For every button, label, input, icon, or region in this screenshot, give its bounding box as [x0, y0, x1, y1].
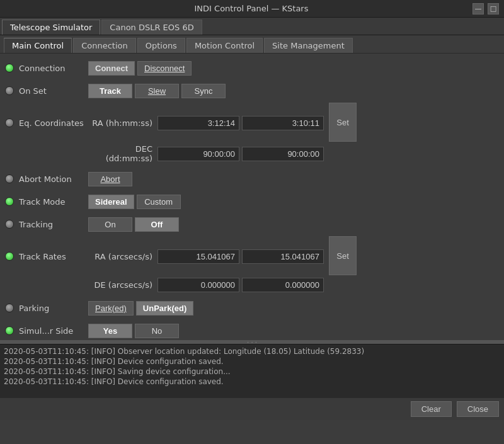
track-rates-ra-row: Track Rates RA (arcsecs/s) Set: [5, 237, 499, 275]
log-area: 2020-05-03T11:10:45: [INFO] Observer loc…: [0, 344, 504, 397]
parking-led: [5, 304, 14, 312]
section-tabs: Main Control Connection Options Motion C…: [0, 35, 504, 54]
simul-side-label: Simul...r Side: [19, 326, 88, 336]
log-line-2: 2020-05-03T11:10:45: [INFO] Saving devic…: [4, 367, 500, 376]
abort-motion-led: [5, 174, 14, 183]
disconnect-button[interactable]: Disconnect: [137, 61, 192, 76]
device-tabs: Telescope Simulator Canon DSLR EOS 6D: [0, 18, 504, 35]
minimize-button[interactable]: —: [472, 3, 484, 14]
eq-coordinates-ra-row: Eq. Coordinates RA (hh:mm:ss) Set: [5, 104, 499, 142]
track-mode-led: [5, 197, 14, 206]
track-de-input-2[interactable]: [242, 278, 324, 292]
slew-button[interactable]: Slew: [135, 84, 179, 98]
eq-coordinates-dec-row: DEC (dd:mm:ss): [5, 144, 499, 163]
tab-site-management[interactable]: Site Management: [264, 38, 353, 53]
on-set-row: On Set Track Slew Sync: [5, 81, 499, 100]
connection-led: [5, 64, 14, 72]
de-sub-label: DE (arcsecs/s): [88, 280, 158, 290]
simul-side-row: Simul...r Side Yes No: [5, 321, 499, 340]
custom-button[interactable]: Custom: [137, 195, 181, 209]
bottom-bar: Clear Close: [0, 397, 504, 420]
eq-coordinates-section: Eq. Coordinates RA (hh:mm:ss) Set DEC (d…: [5, 104, 499, 166]
sidereal-button[interactable]: Sidereal: [88, 195, 134, 209]
titlebar-title: INDI Control Panel — KStars: [30, 4, 472, 13]
tracking-on-button[interactable]: On: [88, 217, 132, 232]
track-rates-section: Track Rates RA (arcsecs/s) Set DE (arcse…: [5, 237, 499, 295]
on-set-label: On Set: [19, 86, 88, 96]
parking-label: Parking: [19, 304, 88, 313]
titlebar: INDI Control Panel — KStars — □: [0, 0, 504, 18]
track-ra-input-2[interactable]: [242, 249, 324, 264]
track-mode-row: Track Mode Sidereal Custom: [5, 192, 499, 211]
eq-set-button[interactable]: Set: [329, 103, 357, 142]
titlebar-controls: — □: [472, 3, 499, 14]
tracking-row: Tracking On Off: [5, 215, 499, 234]
yes-button[interactable]: Yes: [88, 324, 132, 338]
dec-sub-label: DEC (dd:mm:ss): [88, 144, 158, 163]
track-button[interactable]: Track: [88, 84, 132, 98]
connection-row: Connection Connect Disconnect: [5, 59, 499, 77]
tracking-led: [5, 220, 14, 229]
track-rates-de-row: DE (arcsecs/s): [5, 278, 499, 292]
track-rates-set-button[interactable]: Set: [329, 236, 357, 275]
tab-connection[interactable]: Connection: [73, 38, 136, 53]
eq-coordinates-led: [5, 118, 14, 127]
ra-input-2[interactable]: [242, 116, 324, 130]
simul-side-led: [5, 326, 14, 335]
abort-motion-row: Abort Motion Abort: [5, 169, 499, 188]
no-button[interactable]: No: [135, 324, 179, 338]
track-ra-sub-label: RA (arcsecs/s): [88, 252, 158, 261]
log-line-0: 2020-05-03T11:10:45: [INFO] Observer loc…: [4, 347, 500, 356]
tab-motion-control[interactable]: Motion Control: [186, 38, 263, 53]
track-mode-label: Track Mode: [19, 197, 88, 207]
dec-input-1[interactable]: [158, 147, 239, 161]
tracking-off-button[interactable]: Off: [135, 217, 179, 232]
tab-options[interactable]: Options: [137, 38, 185, 53]
parking-row: Parking Park(ed) UnPark(ed): [5, 299, 499, 317]
tracking-label: Tracking: [19, 220, 88, 229]
track-ra-input-1[interactable]: [158, 249, 239, 264]
device-tab-telescope[interactable]: Telescope Simulator: [2, 20, 100, 35]
log-line-3: 2020-05-03T11:10:45: [INFO] Device confi…: [4, 377, 500, 386]
dec-input-2[interactable]: [242, 147, 324, 161]
main-content: Connection Connect Disconnect On Set Tra…: [0, 54, 504, 340]
clear-button[interactable]: Clear: [411, 401, 452, 417]
device-tab-canon[interactable]: Canon DSLR EOS 6D: [101, 20, 202, 35]
on-set-led: [5, 86, 14, 95]
abort-button[interactable]: Abort: [88, 172, 132, 186]
unpark-button[interactable]: UnPark(ed): [136, 301, 193, 316]
sync-button[interactable]: Sync: [181, 84, 226, 98]
connection-label: Connection: [19, 64, 88, 73]
connect-button[interactable]: Connect: [88, 61, 135, 76]
track-rates-led: [5, 252, 14, 261]
maximize-button[interactable]: □: [488, 3, 499, 14]
close-button[interactable]: Close: [457, 401, 499, 417]
tab-main-control[interactable]: Main Control: [4, 38, 72, 53]
ra-input-1[interactable]: [158, 116, 239, 130]
abort-motion-label: Abort Motion: [19, 174, 88, 184]
park-button[interactable]: Park(ed): [88, 301, 134, 316]
log-line-1: 2020-05-03T11:10:45: [INFO] Device confi…: [4, 357, 500, 366]
eq-coordinates-label: Eq. Coordinates: [19, 118, 88, 128]
ra-sub-label: RA (hh:mm:ss): [88, 118, 158, 128]
track-de-input-1[interactable]: [158, 278, 239, 292]
track-rates-label: Track Rates: [19, 252, 88, 261]
